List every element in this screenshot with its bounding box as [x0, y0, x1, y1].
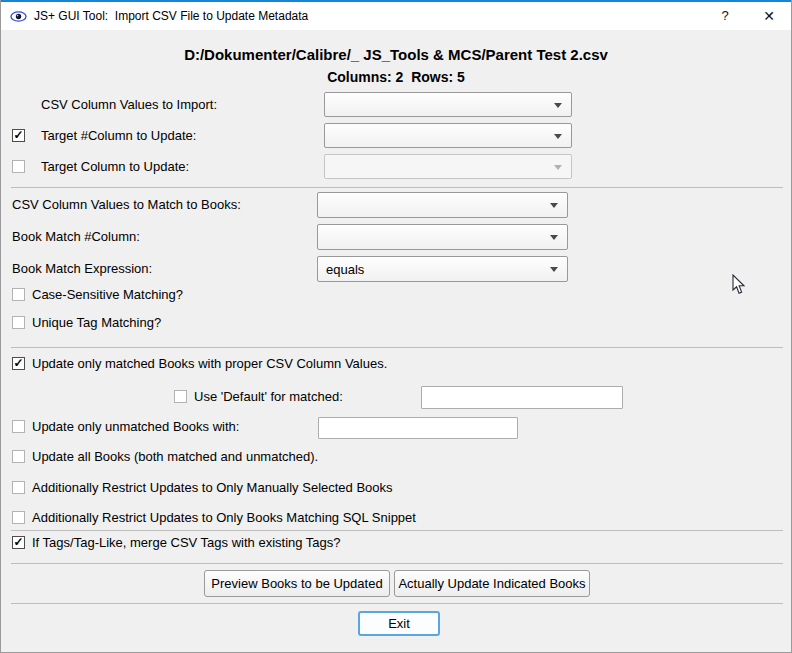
unmatched-books-input[interactable] [318, 417, 518, 439]
preview-books-button[interactable]: Preview Books to be Updated [204, 570, 390, 597]
separator [11, 603, 783, 604]
combobox-value: equals [326, 257, 364, 281]
separator [11, 530, 783, 531]
check-icon: ✓ [13, 536, 23, 548]
csv-file-path: D:/Dokumenter/Calibre/_ JS_Tools & MCS/P… [1, 46, 791, 63]
window-title: JS+ GUI Tool: Import CSV File to Update … [34, 2, 308, 30]
import-values-label: CSV Column Values to Import: [41, 92, 217, 117]
csv-dimensions: Columns: 2 Rows: 5 [1, 69, 791, 85]
checkbox-box [12, 511, 25, 524]
chevron-down-icon [550, 267, 558, 272]
checkbox-box [12, 450, 25, 463]
separator [11, 187, 783, 188]
checkbox-unique-tag[interactable]: Unique Tag Matching? [12, 314, 161, 331]
checkbox-label: Unique Tag Matching? [32, 315, 161, 330]
checkbox-box [12, 288, 25, 301]
checkbox-update-matched[interactable]: ✓ Update only matched Books with proper … [12, 355, 387, 372]
check-icon: ✓ [13, 129, 23, 141]
checkbox-label: Additionally Restrict Updates to Only Bo… [32, 510, 416, 525]
checkbox-label: Additionally Restrict Updates to Only Ma… [32, 480, 393, 495]
checkbox-box [12, 481, 25, 494]
check-icon: ✓ [13, 357, 23, 369]
checkbox-label: Use 'Default' for matched: [194, 389, 343, 404]
checkbox-box: ✓ [12, 536, 25, 549]
checkbox-update-unmatched[interactable]: Update only unmatched Books with: [12, 418, 239, 435]
checkbox-box: ✓ [12, 129, 25, 142]
checkbox-box [12, 316, 25, 329]
window-titlebar: JS+ GUI Tool: Import CSV File to Update … [1, 0, 791, 30]
target-num-column-label: Target #Column to Update: [41, 123, 196, 148]
separator [11, 563, 783, 564]
mouse-cursor [732, 274, 746, 295]
checkbox-case-sensitive[interactable]: Case-Sensitive Matching? [12, 286, 183, 303]
checkbox-update-all[interactable]: Update all Books (both matched and unmat… [12, 448, 318, 465]
match-values-combobox[interactable] [317, 192, 568, 218]
target-num-column-combobox[interactable] [324, 123, 572, 148]
checkbox-label: Update only matched Books with proper CS… [32, 356, 387, 371]
match-values-label: CSV Column Values to Match to Books: [12, 192, 241, 218]
checkbox-box [174, 390, 187, 403]
chevron-down-icon [554, 103, 562, 108]
book-match-expression-combobox[interactable]: equals [317, 256, 568, 282]
default-for-matched-input[interactable] [421, 386, 623, 409]
checkbox-restrict-manual[interactable]: Additionally Restrict Updates to Only Ma… [12, 479, 393, 496]
actually-update-button[interactable]: Actually Update Indicated Books [394, 570, 590, 597]
chevron-down-icon [554, 165, 562, 170]
book-match-num-column-combobox[interactable] [317, 224, 568, 250]
chevron-down-icon [550, 203, 558, 208]
checkbox-label: Case-Sensitive Matching? [32, 287, 183, 302]
chevron-down-icon [550, 235, 558, 240]
import-values-combobox[interactable] [324, 92, 572, 117]
checkbox-label: Update only unmatched Books with: [32, 419, 239, 434]
target-column-combobox [324, 154, 572, 179]
checkbox-box [12, 420, 25, 433]
checkbox-label: Update all Books (both matched and unmat… [32, 449, 318, 464]
exit-button[interactable]: Exit [358, 611, 440, 636]
close-button[interactable]: ✕ [753, 2, 785, 30]
checkbox-box [12, 160, 25, 173]
checkbox-target-column[interactable] [12, 158, 25, 175]
eye-icon [10, 8, 27, 25]
separator [11, 347, 783, 348]
checkbox-label: If Tags/Tag-Like, merge CSV Tags with ex… [32, 535, 341, 550]
help-button[interactable]: ? [709, 2, 741, 30]
checkbox-restrict-sql[interactable]: Additionally Restrict Updates to Only Bo… [12, 509, 416, 526]
checkbox-box: ✓ [12, 357, 25, 370]
checkbox-use-default[interactable]: Use 'Default' for matched: [174, 388, 343, 405]
target-column-label: Target Column to Update: [41, 154, 189, 179]
book-match-num-column-label: Book Match #Column: [12, 224, 140, 250]
chevron-down-icon [554, 134, 562, 139]
checkbox-merge-tags[interactable]: ✓ If Tags/Tag-Like, merge CSV Tags with … [12, 534, 341, 551]
dialog-window: JS+ GUI Tool: Import CSV File to Update … [0, 0, 792, 653]
checkbox-target-num-column[interactable]: ✓ [12, 127, 25, 144]
book-match-expression-label: Book Match Expression: [12, 256, 152, 282]
